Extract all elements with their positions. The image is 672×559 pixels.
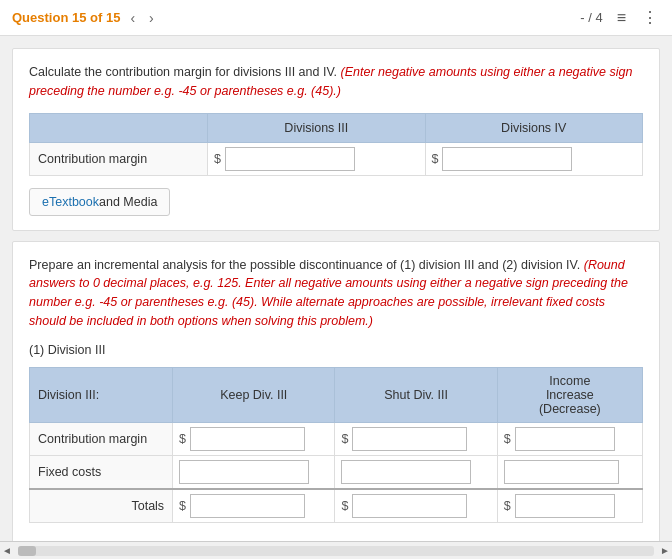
- question-label: Question 15 of 15: [12, 10, 120, 25]
- table-section1: Divisions III Divisions IV Contribution …: [29, 113, 643, 176]
- etextbook-blue-text: eTextbook: [42, 195, 99, 209]
- th-keep: Keep Div. III: [173, 367, 335, 422]
- s2-totals-row: Totals $ $: [30, 489, 643, 523]
- more-options-button[interactable]: ⋮: [640, 6, 660, 29]
- table-row-contribution: Contribution margin $ $: [30, 142, 643, 175]
- dollar-sign-5: $: [504, 432, 513, 446]
- etextbook-normal-text: and Media: [99, 195, 157, 209]
- dollar-sign-4: $: [341, 432, 350, 446]
- s2-totals-label: Totals: [30, 489, 173, 523]
- question-number-highlight: 15 of 15: [72, 10, 120, 25]
- s2-keep-fixed-input[interactable]: [179, 460, 309, 484]
- s2-contribution-label: Contribution margin: [30, 422, 173, 455]
- dollar-sign-2: $: [432, 152, 441, 166]
- scroll-track[interactable]: [18, 546, 654, 556]
- card-section1: Calculate the contribution margin for di…: [12, 48, 660, 231]
- s2-income-contribution-input[interactable]: [515, 427, 615, 451]
- th-div3: Divisions III: [208, 113, 425, 142]
- div3-contribution-cell: $: [208, 142, 425, 175]
- table-section2: Division III: Keep Div. III Shut Div. II…: [29, 367, 643, 523]
- prev-question-button[interactable]: ‹: [126, 8, 139, 28]
- page-indicator: - / 4: [580, 10, 602, 25]
- income-line3: (Decrease): [539, 402, 601, 416]
- dollar-sign-3: $: [179, 432, 188, 446]
- th-empty-1: [30, 113, 208, 142]
- instruction-section1: Calculate the contribution margin for di…: [29, 63, 643, 101]
- horizontal-scrollbar[interactable]: ◄ ►: [0, 541, 672, 559]
- s2-shut-contribution-input[interactable]: [352, 427, 467, 451]
- dollar-sign-7: $: [341, 499, 350, 513]
- content-area: Calculate the contribution margin for di…: [0, 36, 672, 541]
- s2-keep-totals-input[interactable]: [190, 494, 305, 518]
- s2-shut-totals-wrapper: $: [341, 494, 490, 518]
- of-label: of 15: [90, 10, 120, 25]
- table-header-row-2: Division III: Keep Div. III Shut Div. II…: [30, 367, 643, 422]
- th-income: Income Increase (Decrease): [497, 367, 642, 422]
- card-section2: Prepare an incremental analysis for the …: [12, 241, 660, 542]
- s2-income-totals-input[interactable]: [515, 494, 615, 518]
- instruction-normal-2: Prepare an incremental analysis for the …: [29, 258, 580, 272]
- s2-keep-contribution-cell: $: [173, 422, 335, 455]
- dollar-sign-6: $: [179, 499, 188, 513]
- scroll-right-arrow[interactable]: ►: [658, 545, 672, 556]
- s2-keep-totals-cell: $: [173, 489, 335, 523]
- div3-section-label: (1) Division III: [29, 343, 643, 357]
- th-div4: Divisions IV: [425, 113, 642, 142]
- top-bar-right: - / 4 ≡ ⋮: [580, 6, 660, 29]
- div4-contribution-cell: $: [425, 142, 642, 175]
- income-line1: Income: [549, 374, 590, 388]
- current-number: 15: [72, 10, 86, 25]
- div4-contribution-input[interactable]: [442, 147, 572, 171]
- div3-contribution-input[interactable]: [225, 147, 355, 171]
- s2-keep-contribution-input[interactable]: [190, 427, 305, 451]
- s2-keep-contrib-wrapper: $: [179, 427, 328, 451]
- contribution-margin-label: Contribution margin: [30, 142, 208, 175]
- th-div3-label: Division III:: [30, 367, 173, 422]
- question-word: Question: [12, 10, 68, 25]
- s2-shut-fixed-cell: [335, 455, 497, 489]
- list-icon-button[interactable]: ≡: [615, 7, 628, 29]
- s2-income-totals-cell: $: [497, 489, 642, 523]
- s2-shut-totals-cell: $: [335, 489, 497, 523]
- s2-income-fixed-input[interactable]: [504, 460, 619, 484]
- dollar-sign-8: $: [504, 499, 513, 513]
- s2-keep-totals-wrapper: $: [179, 494, 328, 518]
- s2-shut-fixed-input[interactable]: [341, 460, 471, 484]
- div3-input-wrapper: $: [214, 147, 418, 171]
- instruction-normal-1: Calculate the contribution margin for di…: [29, 65, 337, 79]
- table-header-row-1: Divisions III Divisions IV: [30, 113, 643, 142]
- s2-income-totals-wrapper: $: [504, 494, 636, 518]
- s2-shut-contrib-wrapper: $: [341, 427, 490, 451]
- scroll-thumb[interactable]: [18, 546, 36, 556]
- dollar-sign-1: $: [214, 152, 223, 166]
- s2-income-contrib-wrapper: $: [504, 427, 636, 451]
- top-bar-left: Question 15 of 15 ‹ ›: [12, 8, 158, 28]
- s2-income-fixed-cell: [497, 455, 642, 489]
- s2-income-contribution-cell: $: [497, 422, 642, 455]
- s2-keep-fixed-cell: [173, 455, 335, 489]
- scroll-left-arrow[interactable]: ◄: [0, 545, 14, 556]
- top-bar: Question 15 of 15 ‹ › - / 4 ≡ ⋮: [0, 0, 672, 36]
- div4-input-wrapper: $: [432, 147, 636, 171]
- instruction-section2: Prepare an incremental analysis for the …: [29, 256, 643, 331]
- income-line2: Increase: [546, 388, 594, 402]
- etextbook-button[interactable]: eTextbook and Media: [29, 188, 170, 216]
- th-shut: Shut Div. III: [335, 367, 497, 422]
- s2-shut-contribution-cell: $: [335, 422, 497, 455]
- s2-fixedcosts-label: Fixed costs: [30, 455, 173, 489]
- s2-shut-totals-input[interactable]: [352, 494, 467, 518]
- s2-contribution-row: Contribution margin $ $: [30, 422, 643, 455]
- s2-fixedcosts-row: Fixed costs: [30, 455, 643, 489]
- next-question-button[interactable]: ›: [145, 8, 158, 28]
